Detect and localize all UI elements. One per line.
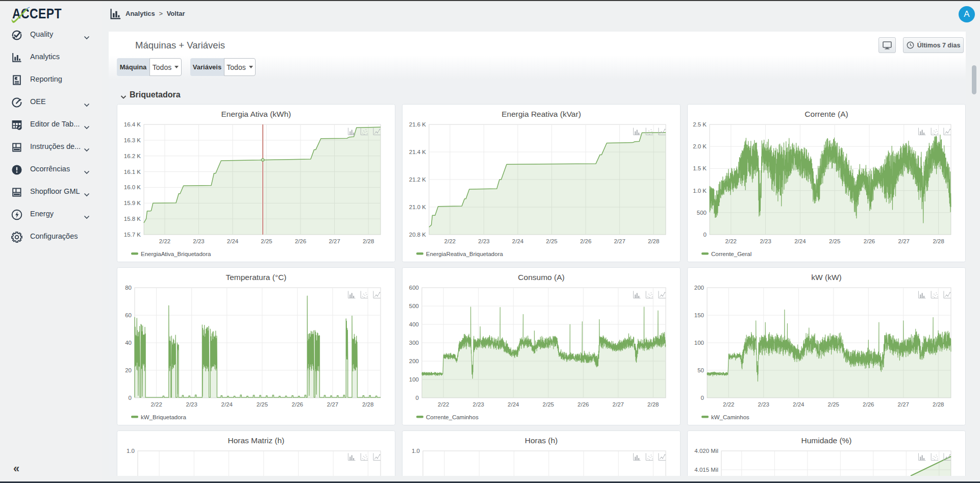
svg-text:2/23: 2/23 [193,238,204,244]
svg-text:2/27: 2/27 [898,401,909,408]
svg-text:500: 500 [697,210,707,216]
svg-text:2/24: 2/24 [221,401,233,408]
svg-text:4.020 Mil: 4.020 Mil [694,448,718,454]
svg-text:2/23: 2/23 [473,401,484,408]
svg-text:2/28: 2/28 [933,401,944,408]
svg-text:2/27: 2/27 [898,238,910,244]
svg-text:16.2 K: 16.2 K [124,153,141,159]
svg-text:16.1 K: 16.1 K [124,169,141,175]
svg-text:Energia Ativa (kWh): Energia Ativa (kWh) [221,110,291,118]
svg-text:Corrente_Geral: Corrente_Geral [711,251,751,257]
svg-text:40: 40 [125,340,132,346]
svg-text:60: 60 [125,312,132,318]
svg-text:2/26: 2/26 [295,238,306,244]
svg-text:16.3 K: 16.3 K [124,137,141,143]
svg-text:kW (kW): kW (kW) [811,273,841,282]
svg-text:Humidade (%): Humidade (%) [801,436,851,445]
svg-text:21.2 K: 21.2 K [409,176,426,183]
svg-text:2/28: 2/28 [362,401,373,408]
svg-text:2/26: 2/26 [863,401,874,408]
svg-text:4.015 Mil: 4.015 Mil [694,467,718,473]
svg-text:2/23: 2/23 [478,238,489,244]
svg-text:21.6 K: 21.6 K [409,121,426,128]
svg-text:0: 0 [416,395,419,401]
svg-text:2/25: 2/25 [543,401,554,408]
svg-text:2.5 K: 2.5 K [693,121,707,128]
svg-text:2/28: 2/28 [648,238,659,244]
svg-text:Corrente (A): Corrente (A) [805,110,848,118]
svg-text:2/28: 2/28 [363,238,374,244]
svg-text:50: 50 [697,367,704,373]
svg-text:1.0: 1.0 [127,448,135,454]
svg-text:Horas Matriz (h): Horas Matriz (h) [228,436,284,445]
svg-text:150: 150 [694,312,704,318]
svg-text:ACCEPT: ACCEPT [12,6,62,21]
svg-text:2/25: 2/25 [257,401,268,408]
svg-text:Consumo (A): Consumo (A) [518,273,564,282]
svg-text:2.0 K: 2.0 K [693,143,707,149]
svg-text:EnergiaAtiva_Briquetadora: EnergiaAtiva_Briquetadora [141,251,211,257]
svg-text:1.5 K: 1.5 K [693,165,707,171]
svg-text:2/28: 2/28 [933,238,944,244]
svg-text:100: 100 [694,340,704,346]
svg-text:2/25: 2/25 [829,238,840,244]
svg-text:21.0 K: 21.0 K [409,204,426,210]
svg-text:2/24: 2/24 [794,238,806,244]
svg-text:15.8 K: 15.8 K [124,216,141,222]
svg-text:2/27: 2/27 [329,238,340,244]
svg-text:2/26: 2/26 [577,401,589,408]
svg-text:2/25: 2/25 [546,238,557,244]
svg-text:2/25: 2/25 [828,401,839,408]
svg-text:2/24: 2/24 [512,238,524,244]
svg-text:EnergiaReativa_Briquetadora: EnergiaReativa_Briquetadora [426,251,503,257]
svg-text:20.8 K: 20.8 K [409,232,426,238]
svg-text:0: 0 [129,395,132,401]
svg-text:80: 80 [125,285,132,291]
svg-text:2/27: 2/27 [614,238,625,244]
svg-text:500: 500 [409,303,419,309]
svg-text:21.4 K: 21.4 K [409,149,426,155]
svg-text:300: 300 [409,340,419,346]
svg-text:2/23: 2/23 [186,401,197,408]
svg-text:16.4 K: 16.4 K [124,121,141,128]
svg-text:0: 0 [703,232,707,238]
svg-text:200: 200 [409,358,419,364]
svg-text:2/26: 2/26 [864,238,875,244]
svg-text:15.9 K: 15.9 K [124,200,141,206]
svg-text:kW_Caminhos: kW_Caminhos [711,414,749,420]
svg-text:2/27: 2/27 [613,401,624,408]
svg-text:600: 600 [409,285,419,291]
svg-text:400: 400 [409,321,419,327]
svg-text:200: 200 [694,285,704,291]
svg-text:2/26: 2/26 [292,401,303,408]
svg-text:2/23: 2/23 [760,238,771,244]
svg-text:2/26: 2/26 [580,238,591,244]
svg-text:15.7 K: 15.7 K [124,232,141,238]
svg-text:0: 0 [701,395,704,401]
svg-text:Corrente_Caminhos: Corrente_Caminhos [426,414,479,420]
svg-text:1.0: 1.0 [412,448,420,454]
svg-text:kW_Briquetadora: kW_Briquetadora [141,414,186,420]
svg-text:Energia Reativa (kVar): Energia Reativa (kVar) [501,110,581,118]
svg-text:2/27: 2/27 [327,401,338,408]
svg-text:2/22: 2/22 [159,238,170,244]
svg-text:2/22: 2/22 [438,401,449,408]
svg-text:1.0 K: 1.0 K [693,188,707,194]
svg-text:16.0 K: 16.0 K [124,184,141,190]
svg-text:2/23: 2/23 [758,401,769,408]
svg-text:Temperatura (°C): Temperatura (°C) [225,273,286,282]
svg-text:100: 100 [409,376,419,383]
svg-text:2/24: 2/24 [793,401,805,408]
svg-text:2/24: 2/24 [227,238,239,244]
svg-text:2/25: 2/25 [261,238,272,244]
svg-text:2/22: 2/22 [725,238,737,244]
svg-text:2/24: 2/24 [508,401,519,408]
svg-text:2/22: 2/22 [723,401,734,408]
svg-text:20: 20 [125,367,132,373]
svg-text:2/22: 2/22 [150,401,162,408]
svg-text:2/28: 2/28 [647,401,659,408]
svg-text:Horas (h): Horas (h) [525,436,558,445]
svg-text:2/22: 2/22 [444,238,456,244]
